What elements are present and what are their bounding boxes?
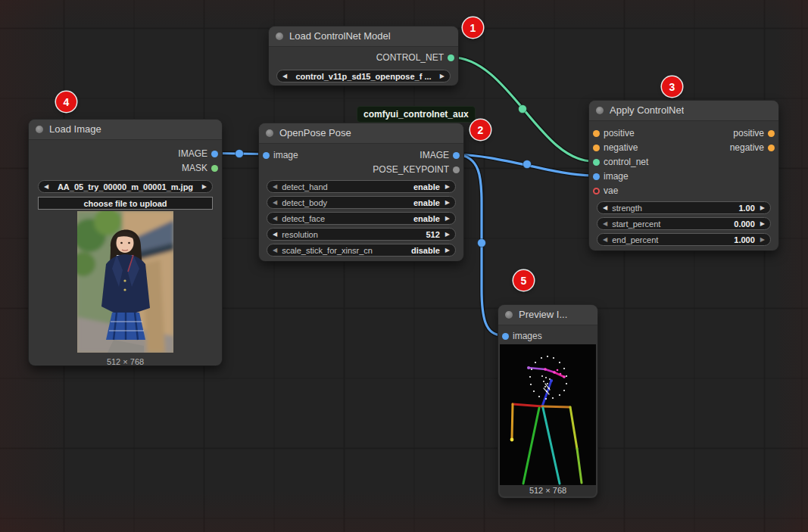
node-apply-controlnet[interactable]: Apply ControlNet positive positive negat… bbox=[589, 101, 778, 250]
output-slot-positive[interactable] bbox=[768, 130, 775, 137]
widget-value: enable bbox=[413, 198, 440, 207]
widget-name: start_percent bbox=[612, 219, 729, 229]
increment-arrow-icon[interactable]: ▶ bbox=[760, 237, 765, 243]
widget-start-percent[interactable]: ◀ start_percent 0.000 ▶ bbox=[597, 217, 771, 230]
output-slot-image[interactable] bbox=[453, 152, 460, 159]
collapse-dot-icon[interactable] bbox=[596, 107, 604, 114]
decrement-arrow-icon[interactable]: ◀ bbox=[273, 200, 277, 206]
openpose-skeleton bbox=[500, 344, 596, 485]
input-slot-images[interactable] bbox=[502, 333, 509, 340]
widget-name: strength bbox=[612, 204, 734, 213]
decrement-arrow-icon[interactable]: ◀ bbox=[273, 232, 277, 238]
widget-strength[interactable]: ◀ strength 1.00 ▶ bbox=[597, 201, 771, 214]
wire-midpoint-dot bbox=[519, 105, 527, 114]
pose-preview-image bbox=[500, 344, 596, 485]
node-title-bar[interactable]: Preview I... bbox=[498, 305, 597, 325]
output-slot-mask[interactable] bbox=[211, 165, 218, 172]
output-slot-image[interactable] bbox=[211, 151, 218, 157]
image-file-combo[interactable]: ◀ AA_05_try_00000_m_00001_m.jpg ▶ bbox=[38, 180, 213, 193]
node-preview-image[interactable]: Preview I... images bbox=[498, 305, 597, 498]
badge-number: 1 bbox=[470, 22, 476, 34]
node-title-bar[interactable]: Load Image bbox=[29, 120, 222, 140]
node-graph-canvas[interactable]: Load ControlNet Model CONTROL_NET ◀ cont… bbox=[0, 0, 808, 532]
node-title-bar[interactable]: OpenPose Pose bbox=[259, 123, 463, 144]
node-load-controlnet-model[interactable]: Load ControlNet Model CONTROL_NET ◀ cont… bbox=[269, 26, 458, 86]
input-slot-control-net[interactable] bbox=[593, 159, 600, 166]
decrement-arrow-icon[interactable]: ◀ bbox=[603, 205, 607, 211]
increment-arrow-icon[interactable]: ▶ bbox=[445, 200, 450, 206]
wire-midpoint-dot bbox=[523, 160, 532, 169]
input-slot-positive[interactable] bbox=[593, 130, 600, 137]
widget-detect-face[interactable]: ◀ detect_face enable ▶ bbox=[267, 212, 456, 225]
increment-arrow-icon[interactable]: ▶ bbox=[445, 247, 450, 254]
controlnet-model-combo[interactable]: ◀ control_v11p_sd15_openpose_f ... ▶ bbox=[276, 70, 451, 82]
widget-scale-stick[interactable]: ◀ scale_stick_for_xinsr_cn disable ▶ bbox=[267, 244, 456, 257]
collapse-dot-icon[interactable] bbox=[266, 129, 273, 137]
node-title: Apply ControlNet bbox=[610, 101, 684, 120]
increment-arrow-icon[interactable]: ▶ bbox=[760, 205, 765, 211]
annotation-badge-2: 2 bbox=[470, 120, 491, 140]
widget-value: 1.000 bbox=[734, 235, 755, 244]
badge-number: 4 bbox=[64, 96, 70, 108]
output-label-image: IMAGE bbox=[178, 147, 207, 161]
widget-value: 0.000 bbox=[734, 219, 755, 229]
input-slot-negative[interactable] bbox=[593, 145, 600, 151]
annotation-badge-1: 1 bbox=[463, 17, 483, 38]
input-label-vae: vae bbox=[604, 184, 618, 198]
widget-detect-body[interactable]: ◀ detect_body enable ▶ bbox=[267, 196, 456, 209]
output-label-image: IMAGE bbox=[420, 148, 449, 163]
image-file-value: AA_05_try_00000_m_00001_m.jpg bbox=[48, 182, 202, 191]
badge-number: 5 bbox=[521, 275, 527, 287]
output-slot-pose-keypoint[interactable] bbox=[453, 166, 460, 173]
widget-detect-hand[interactable]: ◀ detect_hand enable ▶ bbox=[267, 180, 456, 193]
output-label-negative: negative bbox=[730, 141, 764, 155]
combo-next-icon[interactable]: ▶ bbox=[440, 73, 445, 79]
decrement-arrow-icon[interactable]: ◀ bbox=[603, 237, 607, 243]
widget-end-percent[interactable]: ◀ end_percent 1.000 ▶ bbox=[597, 233, 771, 246]
input-slot-image[interactable] bbox=[593, 173, 600, 180]
image-size-caption: 512 × 768 bbox=[29, 357, 222, 366]
increment-arrow-icon[interactable]: ▶ bbox=[445, 232, 450, 238]
widget-name: detect_hand bbox=[282, 182, 409, 191]
increment-arrow-icon[interactable]: ▶ bbox=[445, 184, 450, 190]
output-label-pose-keypoint: POSE_KEYPOINT bbox=[373, 163, 449, 177]
photo-woman-uniform bbox=[77, 211, 173, 353]
increment-arrow-icon[interactable]: ▶ bbox=[760, 221, 765, 227]
widget-value: enable bbox=[413, 182, 440, 191]
widget-resolution[interactable]: ◀ resolution 512 ▶ bbox=[267, 228, 456, 241]
collapse-dot-icon[interactable] bbox=[36, 126, 43, 133]
node-title: OpenPose Pose bbox=[279, 123, 351, 143]
node-openpose-pose[interactable]: OpenPose Pose image IMAGE POSE_KEYPOINT … bbox=[259, 123, 463, 261]
decrement-arrow-icon[interactable]: ◀ bbox=[273, 216, 277, 222]
input-slot-image[interactable] bbox=[263, 152, 270, 159]
output-label-control-net: CONTROL_NET bbox=[376, 51, 444, 65]
load-image-preview bbox=[77, 211, 173, 353]
node-title: Load ControlNet Model bbox=[289, 26, 391, 46]
node-title-bar[interactable]: Apply ControlNet bbox=[589, 101, 778, 121]
input-label-negative: negative bbox=[604, 141, 638, 155]
input-label-image: image bbox=[273, 148, 298, 163]
output-slot-negative[interactable] bbox=[768, 145, 775, 151]
widget-value: 512 bbox=[426, 230, 439, 239]
output-label-mask: MASK bbox=[182, 161, 207, 176]
annotation-badge-5: 5 bbox=[513, 270, 534, 291]
collapse-dot-icon[interactable] bbox=[505, 311, 513, 319]
widget-name: detect_body bbox=[282, 198, 409, 207]
decrement-arrow-icon[interactable]: ◀ bbox=[273, 184, 277, 190]
controlnet-model-value: control_v11p_sd15_openpose_f ... bbox=[287, 72, 440, 81]
decrement-arrow-icon[interactable]: ◀ bbox=[273, 247, 277, 254]
input-slot-vae[interactable] bbox=[593, 188, 600, 194]
decrement-arrow-icon[interactable]: ◀ bbox=[603, 221, 607, 227]
input-label-positive: positive bbox=[604, 126, 635, 141]
node-title: Load Image bbox=[49, 120, 101, 139]
node-title-bar[interactable]: Load ControlNet Model bbox=[269, 26, 458, 47]
choose-file-button[interactable]: choose file to upload bbox=[38, 197, 213, 210]
increment-arrow-icon[interactable]: ▶ bbox=[445, 216, 450, 222]
annotation-badge-3: 3 bbox=[662, 76, 682, 97]
combo-next-icon[interactable]: ▶ bbox=[202, 184, 207, 190]
wire-midpoint-dot bbox=[478, 239, 486, 247]
output-slot-control-net[interactable] bbox=[448, 54, 454, 61]
collapse-dot-icon[interactable] bbox=[276, 33, 283, 40]
node-load-image[interactable]: Load Image IMAGE MASK ◀ AA_05_try_00000_… bbox=[29, 120, 222, 366]
wire-midpoint-dot bbox=[236, 150, 244, 158]
